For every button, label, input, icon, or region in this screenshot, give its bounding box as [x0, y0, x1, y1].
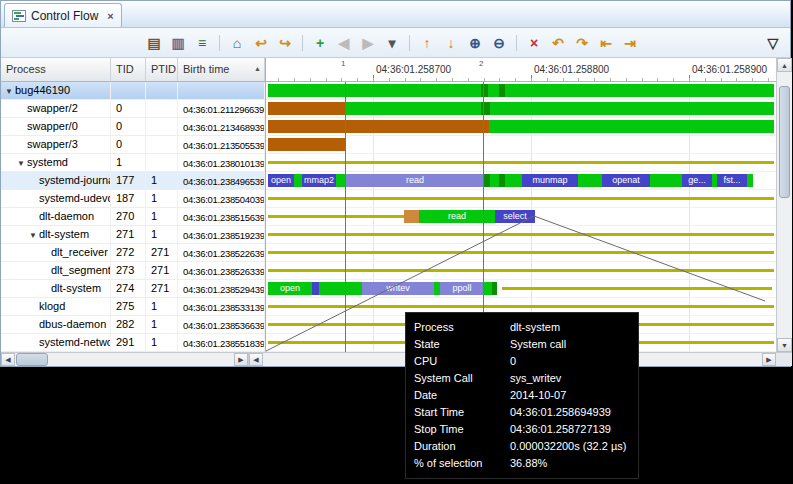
column-header-ptid[interactable]: PTID	[146, 58, 178, 81]
state-bar[interactable]	[268, 84, 774, 97]
state-bar[interactable]	[499, 84, 505, 97]
state-bar[interactable]	[492, 282, 497, 295]
ruler-minor-tick	[689, 78, 690, 81]
timeline-row[interactable]	[266, 118, 776, 136]
process-tree-row[interactable]: dlt-system27427104:36:01.238529439	[1, 280, 265, 298]
state-bar[interactable]: writev	[362, 282, 434, 295]
process-tree-row[interactable]: dlt-daemon270104:36:01.238515639	[1, 208, 265, 226]
state-bar[interactable]	[268, 138, 346, 151]
scroll-down-icon[interactable]: ▼	[777, 338, 792, 352]
state-bar[interactable]: select	[495, 210, 535, 223]
state-bar[interactable]	[319, 282, 362, 295]
state-bar[interactable]	[505, 174, 522, 187]
tree-scroll-track[interactable]	[48, 353, 234, 366]
column-header-birth-time[interactable]: Birth time ▲	[178, 58, 265, 81]
select-next-state-icon[interactable]: ↪	[274, 32, 296, 54]
zoom-in-icon[interactable]: ⊕	[464, 32, 486, 54]
chart-scroll-left-icon[interactable]: ◀	[249, 353, 263, 366]
timeline-row[interactable]	[266, 262, 776, 280]
process-tree-row[interactable]: ▼systemd104:36:01.238010139	[1, 154, 265, 172]
state-bar[interactable]: open	[268, 174, 294, 187]
state-bar[interactable]: read	[346, 174, 484, 187]
state-bar[interactable]	[650, 174, 682, 187]
ruler-minor-tick	[326, 78, 327, 81]
next-process-icon[interactable]: ↓	[440, 32, 462, 54]
state-bar[interactable]	[404, 210, 419, 223]
state-bar[interactable]	[489, 120, 774, 133]
reset-time-scale-icon[interactable]: ⌂	[226, 32, 248, 54]
tab-close-icon[interactable]: ×	[107, 10, 113, 22]
follow-cpu-backward-icon[interactable]: ↶	[547, 32, 569, 54]
chart-scroll-right-icon[interactable]: ▶	[762, 353, 776, 366]
hide-arrows-icon[interactable]: ×	[523, 32, 545, 54]
tree-scroll-left-icon[interactable]: ◀	[1, 353, 15, 366]
zoom-out-icon[interactable]: ⊖	[488, 32, 510, 54]
process-tree-row[interactable]: systemd-journal177104:36:01.238496539	[1, 172, 265, 190]
timeline-row[interactable]: openwritevppoll	[266, 280, 776, 298]
state-bar[interactable]	[312, 282, 319, 295]
timeline-row[interactable]	[266, 190, 776, 208]
process-tree-row[interactable]: swapper/2004:36:01.211296639	[1, 100, 265, 118]
expand-arrow-icon[interactable]: ▼	[17, 159, 27, 168]
state-bar[interactable]: open	[268, 282, 312, 295]
state-bar[interactable]: mmap2	[302, 174, 336, 187]
process-tree-row[interactable]: dlt_receiver27227104:36:01.238522639	[1, 244, 265, 262]
timeline-row[interactable]: readselect	[266, 208, 776, 226]
previous-event-icon[interactable]: ⇤	[595, 32, 617, 54]
marker-menu-icon[interactable]: ▾	[381, 32, 403, 54]
timeline-row[interactable]	[266, 226, 776, 244]
expand-arrow-icon[interactable]: ▼	[5, 87, 15, 96]
tree-scroll-right-icon[interactable]: ▶	[234, 353, 248, 366]
state-bar[interactable]	[484, 282, 492, 295]
next-event-icon[interactable]: ⇥	[619, 32, 641, 54]
timeline-row[interactable]	[266, 100, 776, 118]
follow-cpu-forward-icon[interactable]: ↷	[571, 32, 593, 54]
state-bar[interactable]	[578, 174, 602, 187]
state-bar[interactable]	[268, 102, 346, 115]
process-tree-row[interactable]: swapper/3004:36:01.213505539	[1, 136, 265, 154]
state-bar[interactable]	[490, 174, 499, 187]
sort-processes-icon[interactable]: ▤	[143, 32, 165, 54]
view-menu-icon[interactable]: ▽	[762, 32, 784, 54]
state-bar[interactable]	[747, 174, 753, 187]
column-header-tid[interactable]: TID	[111, 58, 146, 81]
add-bookmark-icon[interactable]: +	[309, 32, 331, 54]
state-bar[interactable]: fst...	[717, 174, 747, 187]
state-bar[interactable]	[346, 102, 481, 115]
state-bar[interactable]: ppoll	[440, 282, 484, 295]
process-tree-row[interactable]: dbus-daemon282104:36:01.238536639	[1, 316, 265, 334]
flat-hierarchy-icon[interactable]: ▥	[167, 32, 189, 54]
state-bar[interactable]: ge...	[682, 174, 712, 187]
previous-process-icon[interactable]: ↑	[416, 32, 438, 54]
state-bar[interactable]	[490, 102, 774, 115]
show-legend-icon[interactable]: ≡	[191, 32, 213, 54]
process-tree-row[interactable]: ▼bug446190	[1, 82, 265, 100]
state-bar[interactable]: munmap	[522, 174, 578, 187]
time-ruler[interactable]: 04:36:01.25870004:36:01.25880004:36:01.2…	[266, 58, 776, 82]
timeline-row[interactable]	[266, 82, 776, 100]
vertical-scrollbar[interactable]: ▲ ▼	[776, 58, 792, 352]
select-previous-state-icon[interactable]: ↩	[250, 32, 272, 54]
timeline-row[interactable]: openmmap2readmunmapopenatge...fst...	[266, 172, 776, 190]
process-tree-row[interactable]: klogd275104:36:01.238533139	[1, 298, 265, 316]
scroll-up-icon[interactable]: ▲	[777, 58, 792, 72]
process-tree-row[interactable]: swapper/0004:36:01.213468939	[1, 118, 265, 136]
timeline-row[interactable]	[266, 136, 776, 154]
tab-control-flow[interactable]: Control Flow ×	[4, 3, 122, 27]
process-tree-row[interactable]: dlt_segmented27327104:36:01.238526339	[1, 262, 265, 280]
process-tree-row[interactable]: systemd-network291104:36:01.238551839	[1, 334, 265, 352]
state-bar[interactable]	[268, 120, 489, 133]
state-bar[interactable]: openat	[602, 174, 650, 187]
expand-arrow-icon[interactable]: ▼	[29, 231, 39, 240]
next-marker-icon[interactable]: ▶	[357, 32, 379, 54]
state-bar[interactable]	[294, 174, 302, 187]
column-header-process[interactable]: Process	[1, 58, 111, 81]
tree-scroll-thumb[interactable]	[16, 353, 48, 366]
process-name-cell: swapper/0	[1, 118, 111, 135]
previous-marker-icon[interactable]: ◀	[333, 32, 355, 54]
timeline-row[interactable]	[266, 154, 776, 172]
timeline-row[interactable]	[266, 244, 776, 262]
process-tree-row[interactable]: systemd-udevd187104:36:01.238504039	[1, 190, 265, 208]
process-tree-row[interactable]: ▼dlt-system271104:36:01.238519239	[1, 226, 265, 244]
vertical-scroll-thumb[interactable]	[779, 86, 790, 198]
